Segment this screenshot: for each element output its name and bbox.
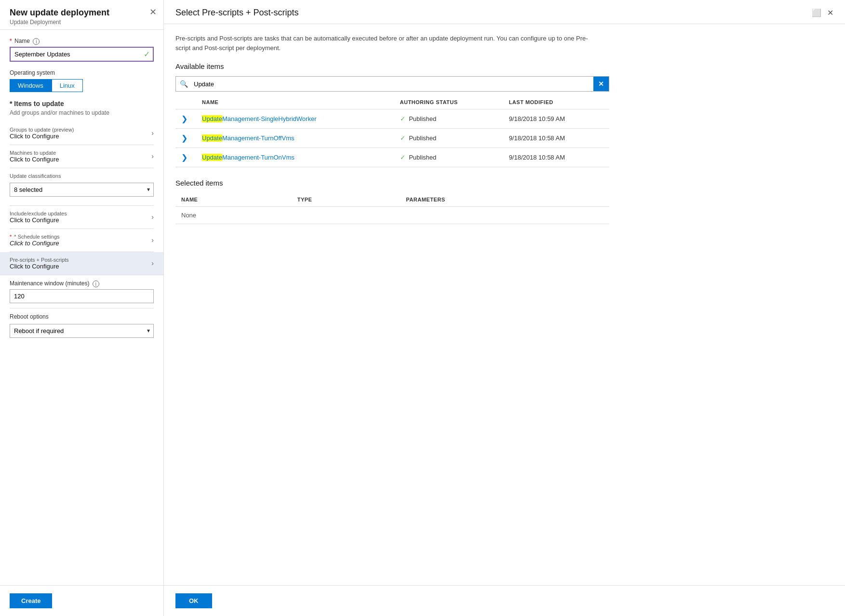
update-classifications-dropdown-container: 8 selected ▾ [10,183,154,197]
item-name-rest: Management-TurnOffVms [222,134,295,142]
update-classifications-select[interactable]: 8 selected [10,183,154,197]
available-col-name: NAME [196,95,394,109]
item-name-highlight: Update [202,115,222,122]
schedule-value: Click to Configure [10,240,60,247]
table-row: ❯ UpdateManagement-TurnOnVms ✓ Published… [175,148,609,167]
reboot-section: Reboot options Reboot if required Never … [10,308,154,347]
pre-post-config-item[interactable]: Pre-scripts + Post-scripts Click to Conf… [0,252,163,275]
available-col-modified: LAST MODIFIED [503,95,609,109]
table-row: ❯ UpdateManagement-TurnOffVms ✓ Publishe… [175,129,609,148]
item-name-cell: UpdateManagement-SingleHybridWorker [196,109,394,129]
search-icon: 🔍 [176,80,192,88]
item-modified-cell: 9/18/2018 10:58 AM [503,148,609,167]
selected-items-heading: Selected items [175,179,833,187]
item-name-highlight: Update [202,154,222,161]
include-exclude-label: Include/exclude updates [10,211,67,216]
available-items-table-container: NAME AUTHORING STATUS LAST MODIFIED ❯ Up… [175,95,609,167]
name-input[interactable] [10,47,154,62]
right-footer: OK [164,585,845,616]
machines-config-item-left: Machines to update Click to Configure [10,150,59,163]
left-footer: Create [0,585,163,616]
reboot-select[interactable]: Reboot if required Never reboot Always r… [10,324,154,338]
item-modified-cell: 9/18/2018 10:59 AM [503,109,609,129]
item-status: Published [409,115,436,122]
close-right-panel-button[interactable]: ✕ [827,8,833,17]
runbook-icon: ❯ [181,134,188,143]
maintenance-info-icon[interactable]: i [93,281,99,287]
item-status-cell: ✓ Published [394,109,503,129]
schedule-config-item-left: * * Schedule settings Click to Configure [10,234,60,247]
search-input[interactable] [192,77,593,91]
groups-config-item[interactable]: Groups to update (preview) Click to Conf… [10,122,154,145]
os-windows-button[interactable]: Windows [10,79,52,92]
item-name-cell: UpdateManagement-TurnOffVms [196,129,394,148]
schedule-config-item[interactable]: * * Schedule settings Click to Configure… [10,229,154,252]
reboot-label: Reboot options [10,313,154,320]
ok-button[interactable]: OK [175,593,212,608]
machines-chevron-icon: › [151,152,154,160]
item-name-link[interactable]: UpdateManagement-TurnOffVms [202,134,294,142]
available-items-heading: Available items [175,62,833,70]
include-exclude-value: Click to Configure [10,216,67,224]
groups-label: Groups to update (preview) [10,127,74,133]
create-button[interactable]: Create [10,593,52,608]
os-section: Operating system Windows Linux [10,69,154,92]
schedule-chevron-icon: › [151,236,154,244]
right-header: Select Pre-scripts + Post-scripts ⬜ ✕ [164,0,845,24]
update-classifications-label: Update classifications [10,173,154,179]
name-info-icon[interactable]: i [33,38,40,45]
runbook-icon-cell: ❯ [175,109,196,129]
close-left-panel-button[interactable]: ✕ [149,7,157,17]
groups-chevron-icon: › [151,129,154,137]
left-content: * Name i ✓ Operating system Windows Linu… [0,30,163,585]
groups-value: Click to Configure [10,133,74,140]
include-exclude-config-item[interactable]: Include/exclude updates Click to Configu… [10,206,154,229]
pre-post-value: Click to Configure [10,263,69,270]
pre-post-label: Pre-scripts + Post-scripts [10,257,69,263]
os-linux-button[interactable]: Linux [52,79,83,92]
search-bar: 🔍 ✕ [175,76,609,92]
right-header-actions: ⬜ ✕ [812,8,833,17]
maintenance-input[interactable] [10,289,154,303]
left-header: New update deployment Update Deployment … [0,0,163,30]
right-content: Pre-scripts and Post-scripts are tasks t… [164,24,845,585]
selected-items-section: Selected items NAME TYPE PARAMETERS None [175,179,833,224]
items-to-update-sub: Add groups and/or machines to update [10,109,154,116]
item-name-rest: Management-TurnOnVms [222,154,295,161]
name-valid-icon: ✓ [144,50,150,59]
pre-post-config-item-left: Pre-scripts + Post-scripts Click to Conf… [10,257,69,270]
os-label: Operating system [10,69,154,76]
maximize-button[interactable]: ⬜ [812,8,821,17]
pre-post-chevron-icon: › [151,259,154,267]
maintenance-section: Maintenance window (minutes) i [10,275,154,308]
panel-title: New update deployment [10,8,154,18]
runbook-icon-cell: ❯ [175,148,196,167]
right-panel: Select Pre-scripts + Post-scripts ⬜ ✕ Pr… [164,0,845,616]
panel-subtitle: Update Deployment [10,19,154,26]
item-name-highlight: Update [202,134,222,142]
machines-label: Machines to update [10,150,59,156]
table-row: None [175,207,609,224]
runbook-icon: ❯ [181,153,188,162]
os-buttons: Windows Linux [10,79,154,92]
maintenance-label: Maintenance window (minutes) i [10,280,154,287]
machines-config-item[interactable]: Machines to update Click to Configure › [10,145,154,168]
runbook-icon-cell: ❯ [175,129,196,148]
items-to-update-title: * Items to update [10,100,154,107]
search-clear-button[interactable]: ✕ [593,77,609,91]
item-name-link[interactable]: UpdateManagement-TurnOnVms [202,154,295,161]
update-classifications-section: Update classifications 8 selected ▾ [10,168,154,206]
machines-value: Click to Configure [10,156,59,163]
status-check-icon: ✓ [400,154,405,161]
item-modified-cell: 9/18/2018 10:58 AM [503,129,609,148]
available-col-icon [175,95,196,109]
status-check-icon: ✓ [400,134,405,142]
include-exclude-config-item-left: Include/exclude updates Click to Configu… [10,211,67,224]
description-text: Pre-scripts and Post-scripts are tasks t… [175,34,590,53]
selected-items-none: None [175,207,609,224]
groups-config-item-left: Groups to update (preview) Click to Conf… [10,127,74,140]
available-col-status: AUTHORING STATUS [394,95,503,109]
item-name-link[interactable]: UpdateManagement-SingleHybridWorker [202,115,317,122]
item-status-cell: ✓ Published [394,129,503,148]
selected-col-params: PARAMETERS [400,193,609,207]
